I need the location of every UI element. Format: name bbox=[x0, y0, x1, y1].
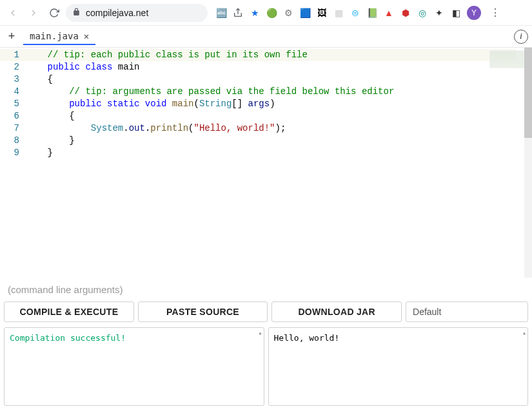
compile-message: Compilation successful! bbox=[10, 333, 126, 343]
code-line[interactable]: public class main bbox=[26, 61, 532, 73]
tab-filename: main.java bbox=[30, 31, 79, 41]
line-number: 8 bbox=[0, 135, 19, 147]
editor-tabbar: + main.java ✕ i bbox=[0, 26, 532, 48]
compile-output[interactable]: ▴ Compilation successful! bbox=[4, 327, 264, 406]
download-jar-button[interactable]: DOWNLOAD JAR bbox=[271, 301, 402, 322]
new-tab-button[interactable]: + bbox=[4, 29, 19, 44]
share-icon[interactable] bbox=[232, 7, 244, 19]
code-line[interactable]: { bbox=[26, 73, 532, 86]
scroll-indicator-icon: ▴ bbox=[522, 329, 526, 336]
code-line[interactable]: // tip: each public class is put in its … bbox=[26, 49, 532, 61]
ext-icon-4[interactable]: 🖼 bbox=[316, 7, 328, 19]
ext-icon-3[interactable]: 🟦 bbox=[299, 7, 311, 19]
theme-select[interactable]: Default bbox=[406, 301, 528, 322]
line-number: 7 bbox=[0, 122, 19, 135]
code-area[interactable]: // tip: each public class is put in its … bbox=[26, 49, 532, 278]
ext-icon-10[interactable]: ◎ bbox=[417, 7, 428, 19]
back-button[interactable] bbox=[4, 4, 22, 22]
line-number: 4 bbox=[0, 86, 19, 98]
theme-label: Default bbox=[413, 307, 441, 317]
line-number: 5 bbox=[0, 98, 19, 110]
scroll-indicator-icon: ▴ bbox=[258, 329, 262, 336]
code-line[interactable]: } bbox=[26, 147, 532, 159]
line-number: 2 bbox=[0, 61, 19, 73]
close-tab-icon[interactable]: ✕ bbox=[84, 31, 89, 41]
code-editor[interactable]: 123456789 // tip: each public class is p… bbox=[0, 48, 532, 278]
ext-icon-1[interactable]: 🟢 bbox=[266, 7, 277, 19]
file-tab[interactable]: main.java ✕ bbox=[23, 28, 95, 45]
ext-icon-7[interactable]: 📗 bbox=[366, 7, 378, 19]
line-number: 9 bbox=[0, 147, 19, 159]
lock-icon bbox=[72, 8, 81, 18]
paste-source-button[interactable]: PASTE SOURCE bbox=[138, 301, 268, 322]
side-panel-icon[interactable]: ◧ bbox=[450, 7, 462, 19]
scrollbar-thumb[interactable] bbox=[524, 48, 532, 138]
info-icon[interactable]: i bbox=[514, 30, 528, 44]
ext-icon-9[interactable]: ⬢ bbox=[400, 7, 411, 19]
address-bar[interactable]: compilejava.net bbox=[66, 4, 208, 22]
forward-button[interactable] bbox=[25, 4, 43, 22]
bookmark-star-icon[interactable]: ★ bbox=[249, 7, 261, 19]
minimap[interactable] bbox=[489, 50, 528, 68]
cmdline-args-input[interactable]: (command line arguments) bbox=[0, 278, 532, 301]
compile-execute-button[interactable]: COMPILE & EXECUTE bbox=[4, 301, 134, 322]
output-row: ▴ Compilation successful! ▴ Hello, world… bbox=[0, 327, 532, 411]
code-line[interactable]: public static void main(String[] args) bbox=[26, 98, 532, 110]
profile-avatar[interactable]: Y bbox=[467, 6, 481, 20]
ext-icon-5[interactable]: ▦ bbox=[333, 7, 344, 19]
editor-scrollbar[interactable] bbox=[524, 48, 532, 278]
ext-icon-6[interactable]: ⊜ bbox=[350, 7, 361, 19]
line-gutter: 123456789 bbox=[0, 49, 26, 278]
code-line[interactable]: // tip: arguments are passed via the fie… bbox=[26, 86, 532, 98]
line-number: 3 bbox=[0, 73, 19, 86]
extensions-puzzle-icon[interactable]: ✦ bbox=[433, 7, 445, 19]
run-message: Hello, world! bbox=[274, 333, 340, 343]
extension-row: 🔤 ★ 🟢 ⚙ 🟦 🖼 ▦ ⊜ 📗 ▲ ⬢ ◎ ✦ ◧ Y ⋮ bbox=[215, 4, 504, 22]
reload-button[interactable] bbox=[45, 4, 63, 22]
run-output[interactable]: ▴ Hello, world! bbox=[268, 327, 529, 406]
code-line[interactable]: System.out.println("Hello, world!"); bbox=[26, 122, 532, 135]
line-number: 6 bbox=[0, 110, 19, 122]
translate-icon[interactable]: 🔤 bbox=[215, 7, 227, 19]
code-line[interactable]: } bbox=[26, 135, 532, 147]
code-line[interactable]: { bbox=[26, 110, 532, 122]
ext-icon-8[interactable]: ▲ bbox=[383, 7, 395, 19]
url-text: compilejava.net bbox=[86, 8, 148, 18]
browser-toolbar: compilejava.net 🔤 ★ 🟢 ⚙ 🟦 🖼 ▦ ⊜ 📗 ▲ ⬢ ◎ … bbox=[0, 0, 532, 26]
chrome-menu-button[interactable]: ⋮ bbox=[486, 4, 504, 22]
ext-icon-2[interactable]: ⚙ bbox=[282, 7, 294, 19]
action-button-row: COMPILE & EXECUTE PASTE SOURCE DOWNLOAD … bbox=[0, 301, 532, 327]
line-number: 1 bbox=[0, 49, 19, 61]
